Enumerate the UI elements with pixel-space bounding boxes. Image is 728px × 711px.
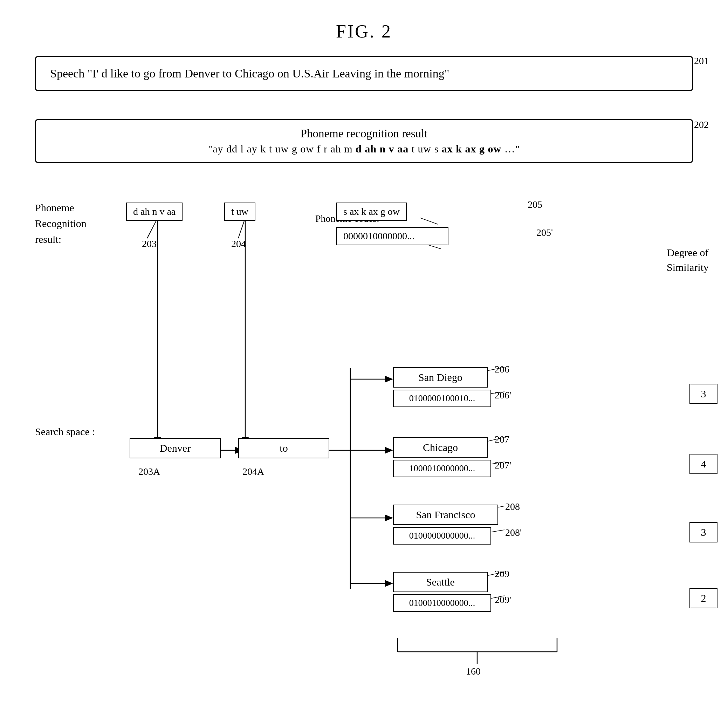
box-205: s ax k ax g ow: [336, 202, 407, 221]
ref-209p: 209': [495, 594, 511, 606]
pr-line2: Recognition: [35, 215, 87, 231]
code-san-diego: 0100000100010...: [393, 389, 491, 407]
ref-201: 201: [694, 55, 709, 66]
phoneme-title: Phoneme recognition result: [50, 127, 678, 140]
denver-box: Denver: [130, 438, 221, 458]
phoneme-bold1: d ah n v aa: [355, 143, 408, 155]
ref-207p: 207': [495, 460, 511, 471]
svg-line-22: [420, 218, 438, 224]
code-chicago: 1000010000000...: [393, 460, 491, 477]
city-seattle: Seattle: [393, 572, 488, 592]
ref-208p: 208': [505, 527, 522, 538]
svg-marker-11: [385, 447, 393, 454]
sim-san-francisco: 3: [690, 522, 718, 543]
to-box: to: [238, 438, 329, 458]
code-san-francisco: 0100000000000...: [393, 527, 491, 544]
city-san-francisco: San Francisco: [393, 504, 498, 525]
sim-chicago: 4: [690, 454, 718, 474]
ref-206p: 206': [495, 389, 511, 401]
pr-line1: Phoneme: [35, 200, 87, 215]
ref-160: 160: [466, 666, 480, 677]
svg-line-20: [147, 218, 158, 238]
ref-205p: 205': [536, 227, 553, 238]
ref-208: 208: [505, 501, 520, 512]
box-204: t uw: [224, 202, 255, 221]
degree-line1: Degree of: [667, 245, 709, 260]
search-label: Search space :: [35, 426, 95, 438]
page-title: FIG. 2: [0, 0, 728, 42]
pr-label: Phoneme Recognition result:: [35, 200, 87, 247]
ref-207: 207: [495, 434, 509, 445]
svg-line-21: [238, 218, 245, 238]
pr-line3: result:: [35, 231, 87, 247]
box-205p: 0000010000000...: [336, 227, 448, 245]
svg-marker-13: [385, 515, 393, 521]
phoneme-bold2: ax k ax g ow: [442, 143, 501, 155]
box-203: d ah n v aa: [126, 202, 183, 221]
ref-205: 205: [528, 199, 542, 210]
ref-203a: 203A: [139, 466, 160, 477]
sim-seattle: 2: [690, 588, 718, 608]
city-chicago: Chicago: [393, 437, 488, 458]
svg-marker-15: [385, 580, 393, 587]
city-san-diego: San Diego: [393, 367, 488, 388]
speech-box: Speech "I' d like to go from Denver to C…: [35, 56, 693, 91]
phoneme-content: "ay dd l ay k t uw g ow f r ah m d ah n …: [50, 143, 678, 155]
ref-206: 206: [495, 364, 509, 375]
ref-209: 209: [495, 568, 509, 580]
sim-san-diego: 3: [690, 384, 718, 404]
ref-204a: 204A: [242, 466, 264, 477]
phoneme-box: Phoneme recognition result "ay dd l ay k…: [35, 119, 693, 163]
ref-203: 203: [142, 238, 156, 249]
degree-line2: Similarity: [667, 260, 709, 275]
ref-202: 202: [694, 119, 709, 130]
svg-marker-9: [385, 376, 393, 383]
code-seattle: 0100010000000...: [393, 594, 491, 612]
degree-label: Degree of Similarity: [667, 245, 709, 275]
ref-204: 204: [231, 238, 246, 249]
